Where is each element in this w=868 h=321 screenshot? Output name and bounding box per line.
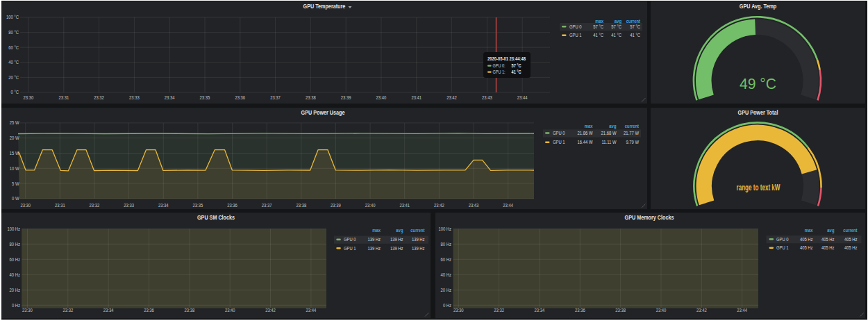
svg-text:max: max bbox=[585, 123, 593, 128]
svg-text:23:36: 23:36 bbox=[575, 308, 585, 313]
svg-text:23:42: 23:42 bbox=[434, 202, 444, 207]
svg-text:GPU Memory Clocks: GPU Memory Clocks bbox=[624, 214, 674, 221]
svg-text:15 W: 15 W bbox=[10, 150, 19, 155]
svg-text:23:43: 23:43 bbox=[469, 202, 479, 207]
svg-text:GPU 0: GPU 0 bbox=[553, 131, 565, 135]
svg-text:GPU Power Usage: GPU Power Usage bbox=[301, 109, 345, 116]
svg-text:25 W: 25 W bbox=[10, 120, 19, 125]
svg-text:10 W: 10 W bbox=[10, 165, 19, 170]
svg-text:80 Hz: 80 Hz bbox=[10, 241, 21, 246]
svg-text:current: current bbox=[626, 19, 641, 24]
svg-text:60 Hz: 60 Hz bbox=[10, 256, 21, 261]
svg-text:23:38: 23:38 bbox=[306, 95, 316, 100]
svg-text:23:44: 23:44 bbox=[737, 308, 747, 313]
svg-text:57 °C: 57 °C bbox=[593, 24, 603, 29]
svg-text:23:42: 23:42 bbox=[696, 308, 707, 313]
svg-text:current: current bbox=[410, 228, 425, 233]
svg-text:23:37: 23:37 bbox=[262, 202, 272, 207]
svg-text:23:41: 23:41 bbox=[411, 95, 422, 100]
svg-text:23:40: 23:40 bbox=[365, 202, 376, 207]
svg-text:139 Hz: 139 Hz bbox=[367, 245, 381, 250]
svg-text:5 W: 5 W bbox=[12, 181, 19, 186]
svg-text:23:38: 23:38 bbox=[185, 308, 195, 313]
svg-text:20 Hz: 20 Hz bbox=[10, 287, 21, 292]
svg-text:23:42: 23:42 bbox=[446, 95, 457, 100]
svg-text:23:38: 23:38 bbox=[297, 202, 307, 207]
svg-text:GPU Power Total: GPU Power Total bbox=[738, 109, 778, 116]
svg-text:139 Hz: 139 Hz bbox=[390, 237, 403, 242]
svg-text:0 °C: 0 °C bbox=[11, 90, 19, 94]
svg-text:57 °C: 57 °C bbox=[630, 24, 640, 29]
svg-text:23:33: 23:33 bbox=[129, 95, 140, 100]
svg-text:23:44: 23:44 bbox=[306, 308, 317, 313]
svg-text:40 °C: 40 °C bbox=[8, 60, 19, 65]
svg-text:21.77 W: 21.77 W bbox=[624, 131, 639, 135]
svg-text:23:36: 23:36 bbox=[235, 95, 245, 100]
svg-text:80 °C: 80 °C bbox=[8, 30, 19, 35]
svg-text:57 °C: 57 °C bbox=[512, 63, 521, 68]
svg-text:405 Hz: 405 Hz bbox=[821, 236, 834, 241]
svg-text:23:38: 23:38 bbox=[615, 308, 626, 313]
svg-text:139 Hz: 139 Hz bbox=[412, 245, 425, 250]
svg-text:40 Hz: 40 Hz bbox=[10, 272, 21, 277]
svg-text:23:34: 23:34 bbox=[158, 202, 169, 207]
svg-text:405 Hz: 405 Hz bbox=[844, 245, 857, 250]
svg-text:41 °C: 41 °C bbox=[512, 69, 521, 74]
svg-text:GPU 1:: GPU 1: bbox=[493, 69, 506, 74]
svg-text:current: current bbox=[843, 228, 858, 233]
svg-text:11.11 W: 11.11 W bbox=[602, 140, 617, 145]
svg-text:20 °C: 20 °C bbox=[8, 75, 19, 80]
svg-text:23:30: 23:30 bbox=[453, 308, 463, 313]
svg-text:GPU 0: GPU 0 bbox=[569, 24, 582, 29]
svg-text:23:32: 23:32 bbox=[494, 308, 504, 313]
svg-text:41 °C: 41 °C bbox=[593, 33, 603, 38]
svg-text:49 °C: 49 °C bbox=[740, 75, 776, 92]
svg-text:23:31: 23:31 bbox=[55, 202, 65, 207]
svg-text:2020-05-01 23:44:48: 2020-05-01 23:44:48 bbox=[487, 56, 526, 61]
svg-text:avg: avg bbox=[396, 228, 403, 233]
svg-text:23:44: 23:44 bbox=[517, 95, 528, 100]
svg-text:100 Hz: 100 Hz bbox=[7, 226, 20, 231]
svg-text:23:35: 23:35 bbox=[193, 202, 203, 207]
svg-text:23:44: 23:44 bbox=[503, 202, 513, 207]
svg-text:GPU 1: GPU 1 bbox=[553, 140, 565, 145]
svg-text:23:36: 23:36 bbox=[144, 308, 154, 313]
svg-text:23:34: 23:34 bbox=[165, 95, 175, 100]
svg-text:23:36: 23:36 bbox=[227, 202, 237, 207]
svg-text:23:40: 23:40 bbox=[656, 308, 666, 313]
svg-text:405 Hz: 405 Hz bbox=[799, 236, 812, 241]
svg-text:GPU 1: GPU 1 bbox=[344, 245, 356, 250]
svg-text:21.68 W: 21.68 W bbox=[601, 131, 617, 135]
svg-text:16.44 W: 16.44 W bbox=[578, 140, 593, 145]
svg-text:0 Hz: 0 Hz bbox=[12, 302, 21, 307]
svg-text:0 W: 0 W bbox=[12, 196, 19, 201]
svg-text:GPU Temperature: GPU Temperature bbox=[303, 3, 346, 10]
svg-text:max: max bbox=[595, 19, 603, 24]
svg-text:23:31: 23:31 bbox=[59, 95, 69, 100]
svg-text:23:40: 23:40 bbox=[376, 95, 387, 100]
svg-text:23:32: 23:32 bbox=[63, 308, 74, 313]
svg-text:23:41: 23:41 bbox=[399, 202, 410, 207]
svg-text:23:30: 23:30 bbox=[24, 95, 34, 100]
svg-text:405 Hz: 405 Hz bbox=[844, 236, 857, 241]
svg-text:range to text kW: range to text kW bbox=[737, 183, 781, 192]
svg-text:100 °C: 100 °C bbox=[6, 15, 19, 19]
svg-text:current: current bbox=[625, 123, 640, 128]
svg-text:23:30: 23:30 bbox=[20, 202, 31, 207]
svg-text:139 Hz: 139 Hz bbox=[367, 237, 381, 242]
svg-text:23:43: 23:43 bbox=[482, 95, 492, 100]
svg-text:GPU 1: GPU 1 bbox=[776, 245, 789, 250]
svg-text:avg: avg bbox=[615, 19, 621, 24]
svg-text:avg: avg bbox=[609, 123, 616, 129]
svg-text:20 Hz: 20 Hz bbox=[440, 287, 451, 292]
svg-text:GPU 0:: GPU 0: bbox=[493, 63, 506, 68]
svg-text:avg: avg bbox=[827, 228, 834, 233]
svg-text:23:39: 23:39 bbox=[341, 95, 351, 100]
svg-text:80 Hz: 80 Hz bbox=[440, 241, 451, 246]
svg-text:23:42: 23:42 bbox=[265, 308, 276, 313]
svg-text:139 Hz: 139 Hz bbox=[390, 245, 403, 250]
svg-text:23:34: 23:34 bbox=[534, 308, 544, 313]
svg-text:23:33: 23:33 bbox=[124, 202, 134, 207]
svg-text:23:32: 23:32 bbox=[90, 202, 100, 207]
svg-text:GPU 1: GPU 1 bbox=[569, 33, 582, 38]
